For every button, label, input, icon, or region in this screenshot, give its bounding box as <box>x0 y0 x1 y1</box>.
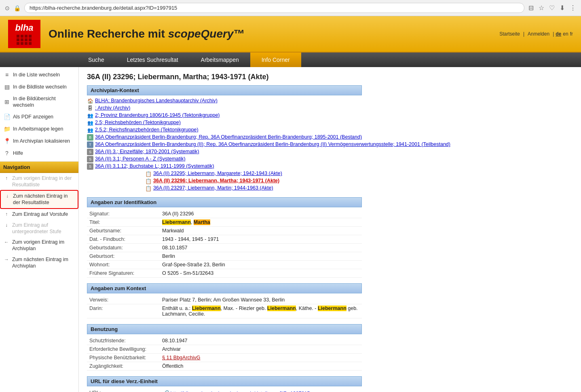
kontext-section: Angaben zum Kontext Verweis: Pariser Pla… <box>87 283 573 318</box>
tree-link-1[interactable]: : Archiv (Archiv) <box>95 105 131 111</box>
tree-row-3: 👥 2.5; Reichsbehörden (Tektonikgruppe) <box>87 120 573 126</box>
tree-link-7[interactable]: 36A (II) 3.; Einzelfälle; 1870-2001 (Sys… <box>95 149 199 154</box>
bookmark-icon[interactable]: ⊟ <box>528 4 534 12</box>
menu-icon[interactable]: ⋮ <box>570 4 576 12</box>
group-icon-4: 👥 <box>87 127 93 133</box>
sidebar-item-folder[interactable]: 📁 In Arbeitsmappe legen <box>0 123 78 135</box>
archivplan-header: Archivplan-Kontext <box>87 85 362 95</box>
top-bar: blha Online Recherche mit scopeQuery™ St… <box>0 16 581 53</box>
browser-icons: ⊙ 🔒 <box>5 5 20 11</box>
folder-icon: 📁 <box>3 126 11 133</box>
sidebar-item-pdf[interactable]: 📄 Als PDF anzeigen <box>0 111 78 123</box>
heart-icon[interactable]: ♡ <box>549 4 555 12</box>
url-section: URL für diese Verz.-Einheit URL: 🔗 http:… <box>87 376 573 392</box>
value-url: 🔗 http://blha-recherche.brandenburg.de/d… <box>160 389 362 392</box>
tree-link-11[interactable]: 36A (II) 23296; Liebermann, Martha; 1943… <box>153 178 279 183</box>
tab-letztes-suchresultat[interactable]: Letztes Suchresultat <box>116 53 190 67</box>
tree-link-6[interactable]: 36A Oberfinanzpräsident Berlin-Brandenbu… <box>95 141 450 147</box>
darin-liebermann2: Liebermann <box>267 306 296 311</box>
sidebar-tools: ≡ In die Liste wechseln ▤ In die Bildlis… <box>0 67 78 162</box>
tree-row-4: 👥 2.5.2; Reichsfinanzbehörden (Tektonikg… <box>87 127 573 133</box>
house-icon: 🏠 <box>87 98 93 104</box>
nav-left-icon: ← <box>3 239 10 246</box>
tree-row-1: 🗄 : Archiv (Archiv) <box>87 105 573 112</box>
label-titel: Titel: <box>87 218 160 227</box>
lock-icon: 🔒 <box>14 5 20 11</box>
tree-link-8[interactable]: 36A (II) 3.1; Personen A - Z (Systematik… <box>95 156 186 162</box>
tree-link-10[interactable]: 36A (II) 23295; Liebermann, Margarete; 1… <box>153 171 282 176</box>
value-titel: Liebermann, Martha <box>160 218 362 227</box>
table-row: Frühere Signaturen: O 5205 - Sm-51/32643 <box>87 269 362 278</box>
pdf-icon: 📄 <box>3 114 11 121</box>
value-fruehere-signaturen: O 5205 - Sm-51/32643 <box>160 269 362 278</box>
star-icon[interactable]: ☆ <box>539 4 544 12</box>
nav-next-result[interactable]: ↓ Zum nächsten Eintrag in der Resultatli… <box>0 190 78 209</box>
tree-link-9[interactable]: 36A (II) 3.1.12; Buchstabe L; 1911-1999 … <box>95 163 214 169</box>
nav-header: Navigation <box>0 162 78 173</box>
table-row: Signatur: 36A (II) 23296 <box>87 210 362 218</box>
nav-prev-archiv[interactable]: ← Zum vorigen Eintrag im Archivplan <box>0 237 78 254</box>
value-schutzfristende: 08.10.1947 <box>160 337 362 345</box>
nav-bar: Suche Letztes Suchresultat Arbeitsmappen… <box>0 53 581 67</box>
sidebar-item-imagelist[interactable]: ▤ In die Bildliste wechseln <box>0 81 78 93</box>
archive-icon: 🗄 <box>87 105 93 112</box>
physische-benutzbarkeit-link[interactable]: § 11 BbgArchivG <box>162 355 201 360</box>
nav-next-archiv[interactable]: → Zum nächsten Eintrag im Archivplan <box>0 254 78 272</box>
nav-parent-icon: ↑ <box>3 211 10 218</box>
kontext-header: Angaben zum Kontext <box>87 283 362 293</box>
list-icon: ≡ <box>3 71 11 78</box>
label-darin: Darin: <box>87 304 160 318</box>
tree-link-4[interactable]: 2.5.2; Reichsfinanzbehörden (Tektonikgru… <box>95 127 199 133</box>
image-list-icon: ▤ <box>3 83 11 91</box>
tree-link-0[interactable]: BLHA: Brandenburgisches Landeshauptarchi… <box>95 98 218 103</box>
tree-row-10: 📋 36A (II) 23295; Liebermann, Margarete;… <box>145 171 573 177</box>
table-row: URL: 🔗 http://blha-recherche.brandenburg… <box>87 389 362 392</box>
nav-prev-result[interactable]: ↑ Zum vorigen Eintrag in der Resultatlis… <box>0 173 78 190</box>
download-icon[interactable]: ⬇ <box>560 4 565 12</box>
label-schutzfristende: Schutzfristende: <box>87 337 160 345</box>
sidebar-item-help[interactable]: ? Hilfe <box>0 148 78 160</box>
nav-child[interactable]: ↓ Zum Eintrag auf untergeordneter Stufe <box>0 220 78 237</box>
tree-link-2[interactable]: 2; Provinz Brandenburg 1806/16-1945 (Tek… <box>95 112 220 118</box>
label-signatur: Signatur: <box>87 210 160 218</box>
akte-icon-12: 📋 <box>145 185 152 192</box>
startseite-link[interactable]: Startseite <box>499 31 520 37</box>
lang-de[interactable]: de <box>556 31 561 37</box>
tab-suche[interactable]: Suche <box>77 53 116 67</box>
darin-liebermann3: Liebermann <box>318 306 346 311</box>
value-signatur: 36A (II) 23296 <box>160 210 362 218</box>
label-dat-findbuch: Dat. - Findbuch: <box>87 235 160 244</box>
sidebar-item-locate[interactable]: 📍 Im Archivplan lokalisieren <box>0 135 78 148</box>
tree-link-3[interactable]: 2.5; Reichsbehörden (Tektonikgruppe) <box>95 120 181 125</box>
logo-dots <box>17 35 32 45</box>
bestand-icon: B <box>87 134 93 141</box>
tab-info-corner[interactable]: Info Corner <box>250 53 301 67</box>
tree-link-12[interactable]: 36A (II) 23297; Liebermann, Martin; 1944… <box>153 185 273 191</box>
tree-link-5[interactable]: 36A Oberfinanzpräsident Berlin-Brandenbu… <box>95 134 362 140</box>
label-geburtsname: Geburtsname: <box>87 227 160 235</box>
url-link-icon: 🔗 <box>162 390 169 392</box>
lang-fr[interactable]: fr <box>570 31 573 37</box>
group-icon-3: 👥 <box>87 120 93 126</box>
table-row: Wohnort: Graf-Spee-Straße 23, Berlin <box>87 261 362 269</box>
lang-en[interactable]: en <box>563 31 568 37</box>
lang-links: Startseite | Anmelden | de en fr <box>498 31 573 37</box>
titel-liebermann: Liebermann <box>162 219 191 225</box>
tab-arbeitsmappen[interactable]: Arbeitsmappen <box>190 53 250 67</box>
table-row: Titel: Liebermann, Martha <box>87 218 362 227</box>
url-bar[interactable]: https://blha-recherche.brandenburg.de/de… <box>24 3 524 13</box>
nav-up-icon: ↑ <box>3 175 10 182</box>
teilbestand-icon: T <box>87 141 93 148</box>
label-geburtsort: Geburtsort: <box>87 252 160 261</box>
nav-parent[interactable]: ↑ Zum Eintrag auf Vorstufe <box>0 209 78 220</box>
sidebar-navigation: Navigation ↑ Zum vorigen Eintrag in der … <box>0 162 78 272</box>
anmelden-link[interactable]: Anmelden <box>528 31 549 37</box>
url-header: URL für diese Verz.-Einheit <box>87 376 362 386</box>
sidebar-item-imageoverview[interactable]: ⊞ In die Bildübersicht wechseln <box>0 93 78 111</box>
label-wohnort: Wohnort: <box>87 261 160 269</box>
benutzung-header: Benutzung <box>87 324 362 334</box>
value-wohnort: Graf-Spee-Straße 23, Berlin <box>160 261 362 269</box>
logo: blha <box>8 20 40 48</box>
sidebar-item-list[interactable]: ≡ In die Liste wechseln <box>0 69 78 81</box>
browser-bar: ⊙ 🔒 https://blha-recherche.brandenburg.d… <box>0 0 581 16</box>
